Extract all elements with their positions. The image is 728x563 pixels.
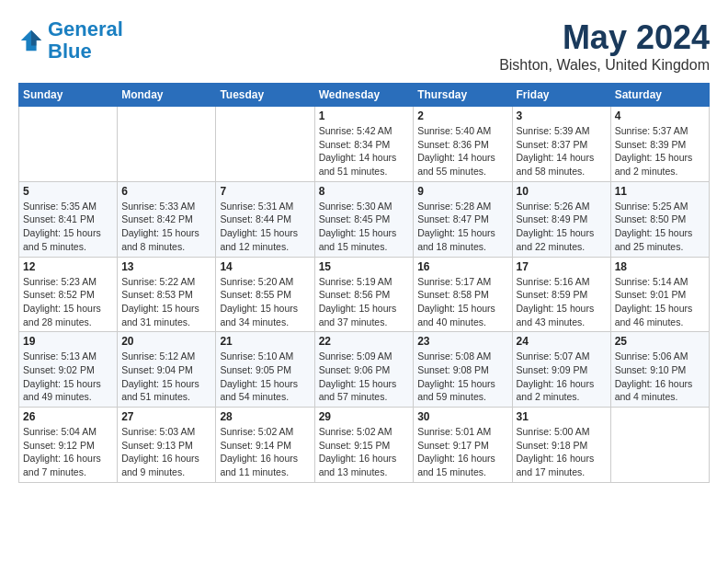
day-number: 10: [517, 185, 607, 198]
day-number: 20: [121, 335, 211, 348]
page: General Blue May 2024 Bishton, Wales, Un…: [0, 0, 728, 492]
calendar-subtitle: Bishton, Wales, United Kingdom: [499, 57, 710, 74]
day-info: Sunrise: 5:10 AM Sunset: 9:05 PM Dayligh…: [220, 350, 310, 404]
day-info: Sunrise: 5:00 AM Sunset: 9:18 PM Dayligh…: [517, 425, 607, 479]
logo-text: General Blue: [48, 18, 123, 63]
day-number: 16: [417, 260, 507, 273]
day-info: Sunrise: 5:04 AM Sunset: 9:12 PM Dayligh…: [23, 425, 113, 479]
day-number: 18: [615, 260, 705, 273]
calendar-cell: 19Sunrise: 5:13 AM Sunset: 9:02 PM Dayli…: [19, 332, 118, 408]
day-number: 29: [319, 410, 410, 423]
week-row-5: 26Sunrise: 5:04 AM Sunset: 9:12 PM Dayli…: [19, 408, 710, 483]
day-info: Sunrise: 5:40 AM Sunset: 8:36 PM Dayligh…: [417, 124, 507, 178]
calendar-cell: 16Sunrise: 5:17 AM Sunset: 8:58 PM Dayli…: [414, 257, 512, 332]
header: General Blue May 2024 Bishton, Wales, Un…: [18, 18, 710, 74]
day-number: 28: [220, 410, 310, 423]
day-number: 30: [417, 410, 507, 423]
day-number: 3: [517, 109, 607, 122]
day-info: Sunrise: 5:30 AM Sunset: 8:45 PM Dayligh…: [319, 200, 410, 254]
svg-marker-1: [31, 30, 41, 46]
col-header-monday: Monday: [118, 84, 216, 107]
calendar-title: May 2024: [499, 18, 710, 57]
calendar-cell: 26Sunrise: 5:04 AM Sunset: 9:12 PM Dayli…: [19, 408, 118, 483]
day-number: 7: [220, 185, 310, 198]
day-info: Sunrise: 5:09 AM Sunset: 9:06 PM Dayligh…: [319, 350, 410, 404]
day-number: 12: [23, 260, 113, 273]
day-info: Sunrise: 5:12 AM Sunset: 9:04 PM Dayligh…: [121, 350, 211, 404]
day-number: 25: [615, 335, 705, 348]
col-header-tuesday: Tuesday: [216, 84, 314, 107]
day-number: 19: [23, 335, 113, 348]
day-info: Sunrise: 5:19 AM Sunset: 8:56 PM Dayligh…: [319, 275, 410, 329]
week-row-1: 1Sunrise: 5:42 AM Sunset: 8:34 PM Daylig…: [19, 107, 710, 182]
logo: General Blue: [18, 18, 123, 63]
day-info: Sunrise: 5:20 AM Sunset: 8:55 PM Dayligh…: [220, 275, 310, 329]
week-row-4: 19Sunrise: 5:13 AM Sunset: 9:02 PM Dayli…: [19, 332, 710, 408]
col-header-friday: Friday: [512, 84, 610, 107]
day-number: 17: [517, 260, 607, 273]
day-number: 27: [121, 410, 211, 423]
day-number: 9: [417, 185, 507, 198]
day-number: 15: [319, 260, 410, 273]
calendar-cell: 25Sunrise: 5:06 AM Sunset: 9:10 PM Dayli…: [610, 332, 709, 408]
logo-line2: Blue: [48, 40, 92, 63]
day-info: Sunrise: 5:16 AM Sunset: 8:59 PM Dayligh…: [517, 275, 607, 329]
day-info: Sunrise: 5:25 AM Sunset: 8:50 PM Dayligh…: [615, 200, 705, 254]
day-info: Sunrise: 5:01 AM Sunset: 9:17 PM Dayligh…: [417, 425, 507, 479]
calendar-cell: 14Sunrise: 5:20 AM Sunset: 8:55 PM Dayli…: [216, 257, 314, 332]
calendar-cell: 6Sunrise: 5:33 AM Sunset: 8:42 PM Daylig…: [118, 181, 216, 257]
day-info: Sunrise: 5:17 AM Sunset: 8:58 PM Dayligh…: [417, 275, 507, 329]
day-number: 26: [23, 410, 113, 423]
day-info: Sunrise: 5:22 AM Sunset: 8:53 PM Dayligh…: [121, 275, 211, 329]
day-info: Sunrise: 5:37 AM Sunset: 8:39 PM Dayligh…: [615, 124, 705, 178]
day-info: Sunrise: 5:42 AM Sunset: 8:34 PM Dayligh…: [319, 124, 410, 178]
calendar-cell: 21Sunrise: 5:10 AM Sunset: 9:05 PM Dayli…: [216, 332, 314, 408]
title-block: May 2024 Bishton, Wales, United Kingdom: [499, 18, 710, 74]
calendar-cell: 7Sunrise: 5:31 AM Sunset: 8:44 PM Daylig…: [216, 181, 314, 257]
calendar-cell: [118, 107, 216, 182]
calendar-table: SundayMondayTuesdayWednesdayThursdayFrid…: [18, 83, 710, 483]
day-number: 5: [23, 185, 113, 198]
day-number: 4: [615, 109, 705, 122]
calendar-cell: 13Sunrise: 5:22 AM Sunset: 8:53 PM Dayli…: [118, 257, 216, 332]
calendar-cell: 20Sunrise: 5:12 AM Sunset: 9:04 PM Dayli…: [118, 332, 216, 408]
calendar-cell: 30Sunrise: 5:01 AM Sunset: 9:17 PM Dayli…: [414, 408, 512, 483]
day-info: Sunrise: 5:31 AM Sunset: 8:44 PM Dayligh…: [220, 200, 310, 254]
day-number: 23: [417, 335, 507, 348]
day-number: 21: [220, 335, 310, 348]
calendar-cell: 2Sunrise: 5:40 AM Sunset: 8:36 PM Daylig…: [414, 107, 512, 182]
logo-icon: [18, 28, 44, 53]
calendar-cell: 23Sunrise: 5:08 AM Sunset: 9:08 PM Dayli…: [414, 332, 512, 408]
week-row-3: 12Sunrise: 5:23 AM Sunset: 8:52 PM Dayli…: [19, 257, 710, 332]
day-info: Sunrise: 5:35 AM Sunset: 8:41 PM Dayligh…: [23, 200, 113, 254]
day-info: Sunrise: 5:26 AM Sunset: 8:49 PM Dayligh…: [517, 200, 607, 254]
day-info: Sunrise: 5:08 AM Sunset: 9:08 PM Dayligh…: [417, 350, 507, 404]
calendar-cell: [610, 408, 709, 483]
calendar-cell: 29Sunrise: 5:02 AM Sunset: 9:15 PM Dayli…: [314, 408, 414, 483]
calendar-cell: 27Sunrise: 5:03 AM Sunset: 9:13 PM Dayli…: [118, 408, 216, 483]
calendar-cell: 10Sunrise: 5:26 AM Sunset: 8:49 PM Dayli…: [512, 181, 610, 257]
calendar-cell: 11Sunrise: 5:25 AM Sunset: 8:50 PM Dayli…: [610, 181, 709, 257]
day-number: 24: [517, 335, 607, 348]
calendar-cell: 12Sunrise: 5:23 AM Sunset: 8:52 PM Dayli…: [19, 257, 118, 332]
day-info: Sunrise: 5:02 AM Sunset: 9:15 PM Dayligh…: [319, 425, 410, 479]
day-number: 22: [319, 335, 410, 348]
day-info: Sunrise: 5:14 AM Sunset: 9:01 PM Dayligh…: [615, 275, 705, 329]
calendar-cell: 5Sunrise: 5:35 AM Sunset: 8:41 PM Daylig…: [19, 181, 118, 257]
day-number: 13: [121, 260, 211, 273]
calendar-cell: 4Sunrise: 5:37 AM Sunset: 8:39 PM Daylig…: [610, 107, 709, 182]
day-info: Sunrise: 5:28 AM Sunset: 8:47 PM Dayligh…: [417, 200, 507, 254]
day-number: 11: [615, 185, 705, 198]
logo-line1: General: [48, 17, 123, 40]
calendar-cell: 9Sunrise: 5:28 AM Sunset: 8:47 PM Daylig…: [414, 181, 512, 257]
day-info: Sunrise: 5:13 AM Sunset: 9:02 PM Dayligh…: [23, 350, 113, 404]
calendar-cell: [19, 107, 118, 182]
day-info: Sunrise: 5:03 AM Sunset: 9:13 PM Dayligh…: [121, 425, 211, 479]
calendar-cell: 1Sunrise: 5:42 AM Sunset: 8:34 PM Daylig…: [314, 107, 414, 182]
day-number: 1: [319, 109, 410, 122]
day-number: 2: [417, 109, 507, 122]
calendar-cell: 17Sunrise: 5:16 AM Sunset: 8:59 PM Dayli…: [512, 257, 610, 332]
calendar-cell: 24Sunrise: 5:07 AM Sunset: 9:09 PM Dayli…: [512, 332, 610, 408]
calendar-cell: 8Sunrise: 5:30 AM Sunset: 8:45 PM Daylig…: [314, 181, 414, 257]
calendar-cell: [216, 107, 314, 182]
